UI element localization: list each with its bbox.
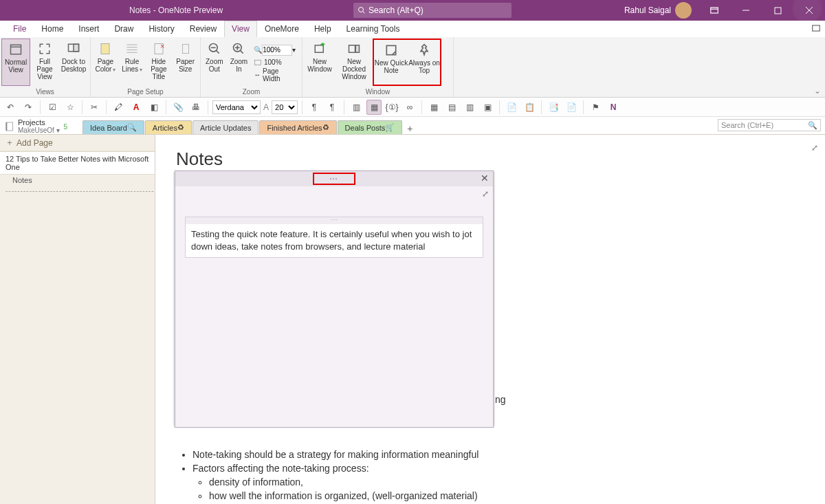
quick-note-handle[interactable]: ⋯ [313, 173, 355, 185]
avatar[interactable] [675, 2, 692, 19]
tab-review[interactable]: Review [182, 21, 224, 37]
zoom-in-button[interactable]: Zoom In [227, 39, 252, 86]
maximize-button[interactable] [762, 0, 793, 21]
page-search-box[interactable]: Search (Ctrl+E) 🔍 [718, 119, 821, 131]
tab-onemore[interactable]: OneMore [257, 21, 307, 37]
new-window-button[interactable]: New Window [304, 39, 336, 86]
section-finished-articles[interactable]: Finished Articles♻ [259, 120, 336, 134]
hide-page-title-button[interactable]: Hide Page Title [146, 39, 173, 86]
svg-line-1 [363, 12, 365, 14]
notebook-selector[interactable]: Projects MakeUseOf ▾ 5 [0, 119, 82, 134]
copy-cmd-button[interactable]: 📄 [564, 100, 579, 115]
svg-rect-33 [349, 45, 355, 53]
section-idea-board[interactable]: Idea Board🔍 [82, 120, 144, 134]
link-button[interactable]: ∞ [402, 100, 417, 115]
tab-draw[interactable]: Draw [107, 21, 141, 37]
printout-button[interactable]: 🖶 [188, 100, 204, 115]
always-on-top-button[interactable]: Always on Top [408, 40, 440, 85]
tab-file[interactable]: File [6, 21, 34, 37]
page-12-tips[interactable]: 12 Tips to Take Better Notes with Micros… [0, 151, 155, 175]
title-bar: Notes - OneNote Preview Search (Alt+Q) R… [0, 0, 825, 21]
quick-note-window[interactable]: ⋯ ✕ ⤢ ⋯ Testing the quick note feature. … [175, 171, 494, 428]
divider: ----------------------------------------… [0, 186, 155, 196]
notebook-icon [4, 120, 15, 133]
toggle-button[interactable]: ▦ [366, 100, 382, 115]
highlight-button[interactable]: 🖍 [111, 100, 126, 115]
zoom-out-button[interactable]: Zoom Out [202, 39, 227, 86]
onenote-button[interactable]: N [606, 100, 621, 115]
redo-button[interactable]: ↷ [21, 100, 36, 115]
page-color-button[interactable]: Page Color [92, 39, 119, 86]
tab-view[interactable]: View [224, 21, 257, 37]
collapse-ribbon-button[interactable] [811, 23, 821, 35]
svg-rect-13 [101, 44, 109, 54]
full-page-view-button[interactable]: Full Page View [30, 39, 59, 86]
search-box[interactable]: Search (Alt+Q) [353, 3, 512, 18]
page-width-button[interactable]: ↔ Page Width [254, 69, 298, 81]
quick-note-header[interactable]: ⋯ ✕ [175, 171, 493, 186]
screen-clip-button[interactable]: ✂ [87, 100, 102, 115]
dock-to-desktop-button[interactable]: Dock to Desktop [59, 39, 88, 86]
add-section-button[interactable]: + [403, 123, 417, 134]
font-select[interactable]: Verdana [212, 100, 261, 114]
rtl-button[interactable]: ¶ [324, 100, 340, 115]
bullet-1: Note-taking should be a strategy for mak… [192, 448, 804, 461]
subpage-notes[interactable]: Notes [0, 175, 155, 186]
section-deals-posts[interactable]: Deals Posts🛒 [338, 120, 403, 134]
bullet-2: Factors affecting the note-taking proces… [192, 461, 804, 504]
user-name[interactable]: Rahul Saigal [624, 6, 671, 15]
table3-button[interactable]: ▥ [462, 100, 477, 115]
new-quick-note-button[interactable]: New Quick Note [374, 40, 408, 85]
tab-learning-tools[interactable]: Learning Tools [339, 21, 408, 37]
full-page-toggle-icon[interactable]: ⤢ [811, 143, 818, 153]
tab-home[interactable]: Home [34, 21, 71, 37]
eraser-button[interactable]: ◧ [146, 100, 162, 115]
quick-note-close-button[interactable]: ✕ [481, 173, 489, 184]
tag-button[interactable]: ☆ [63, 100, 78, 115]
flag-button[interactable]: ⚑ [588, 100, 603, 115]
action1-button[interactable]: 📄 [504, 100, 519, 115]
tab-insert[interactable]: Insert [71, 21, 107, 37]
new-docked-window-button[interactable]: New Docked Window [336, 39, 373, 86]
svg-line-6 [806, 7, 813, 14]
font-color-button[interactable]: A [129, 100, 144, 115]
quick-note-expand-icon[interactable]: ⤢ [482, 189, 489, 199]
zoom-percent-field[interactable]: 🔍 ▾ [254, 44, 298, 56]
rule-lines-button[interactable]: Rule Lines [119, 39, 146, 86]
normal-view-button[interactable]: Normal View [1, 39, 30, 86]
todo-button[interactable]: ☑ [45, 100, 60, 115]
quick-note-text-container[interactable]: ⋯ Testing the quick note feature. It is … [185, 217, 483, 258]
code-button[interactable]: {①} [384, 100, 399, 115]
minimize-button[interactable] [730, 0, 762, 21]
ribbon-display-button[interactable] [698, 0, 730, 21]
tab-history[interactable]: History [141, 21, 182, 37]
add-page-button[interactable]: ＋ Add Page [0, 135, 155, 151]
svg-rect-30 [315, 45, 323, 53]
full-page-icon [38, 43, 52, 55]
section-article-updates[interactable]: Article Updates [192, 120, 259, 134]
quick-note-text[interactable]: Testing the quick note feature. It is ce… [186, 224, 483, 257]
section-articles[interactable]: Articles♻ [145, 120, 192, 134]
formatting-toolbar: ↶ ↷ ☑ ☆ ✂ 🖍 A ◧ 📎 🖶 Verdana A 20 ¶ ¶ ▥ ▦… [0, 98, 825, 117]
tab-help[interactable]: Help [307, 21, 339, 37]
ltr-button[interactable]: ¶ [307, 100, 322, 115]
svg-line-24 [216, 51, 219, 54]
table2-button[interactable]: ▤ [444, 100, 459, 115]
note-title[interactable]: Notes [176, 149, 804, 170]
table1-button[interactable]: ▦ [426, 100, 441, 115]
svg-line-28 [241, 51, 243, 54]
columns-button[interactable]: ▥ [349, 100, 364, 115]
close-button[interactable] [793, 0, 825, 21]
svg-point-0 [359, 8, 364, 12]
search-cmd-button[interactable]: 📑 [546, 100, 561, 115]
quick-note-container-handle[interactable]: ⋯ [186, 217, 483, 224]
zoom-percent-input[interactable] [262, 45, 292, 56]
action2-button[interactable]: 📋 [522, 100, 537, 115]
merge-button[interactable]: ▣ [480, 100, 495, 115]
undo-button[interactable]: ↶ [3, 100, 18, 115]
attach-button[interactable]: 📎 [170, 100, 186, 115]
ribbon-expand-icon[interactable]: ⌄ [814, 86, 821, 96]
paper-size-button[interactable]: Paper Size [172, 39, 199, 86]
font-size-select[interactable]: 20 [272, 100, 298, 114]
svg-rect-21 [182, 44, 188, 53]
